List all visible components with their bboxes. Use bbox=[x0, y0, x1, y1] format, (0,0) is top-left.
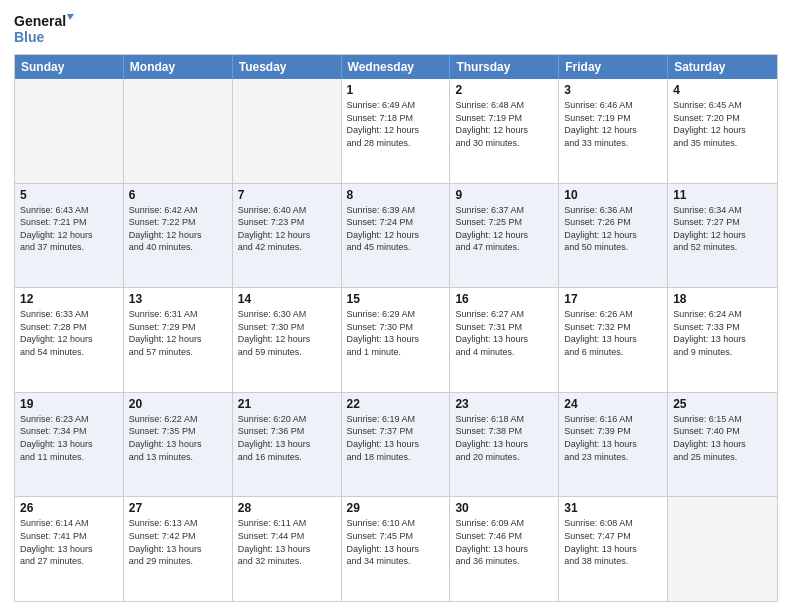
empty-cell bbox=[668, 497, 777, 601]
day-header-saturday: Saturday bbox=[668, 55, 777, 79]
day-cell-21: 21Sunrise: 6:20 AM Sunset: 7:36 PM Dayli… bbox=[233, 393, 342, 497]
day-info: Sunrise: 6:11 AM Sunset: 7:44 PM Dayligh… bbox=[238, 517, 336, 567]
day-number: 24 bbox=[564, 397, 662, 411]
day-number: 23 bbox=[455, 397, 553, 411]
day-cell-4: 4Sunrise: 6:45 AM Sunset: 7:20 PM Daylig… bbox=[668, 79, 777, 183]
day-cell-8: 8Sunrise: 6:39 AM Sunset: 7:24 PM Daylig… bbox=[342, 184, 451, 288]
day-number: 5 bbox=[20, 188, 118, 202]
calendar-week-3: 12Sunrise: 6:33 AM Sunset: 7:28 PM Dayli… bbox=[15, 287, 777, 392]
day-cell-16: 16Sunrise: 6:27 AM Sunset: 7:31 PM Dayli… bbox=[450, 288, 559, 392]
svg-text:Blue: Blue bbox=[14, 29, 45, 45]
day-info: Sunrise: 6:36 AM Sunset: 7:26 PM Dayligh… bbox=[564, 204, 662, 254]
svg-text:General: General bbox=[14, 13, 66, 29]
day-number: 4 bbox=[673, 83, 772, 97]
day-info: Sunrise: 6:39 AM Sunset: 7:24 PM Dayligh… bbox=[347, 204, 445, 254]
day-info: Sunrise: 6:31 AM Sunset: 7:29 PM Dayligh… bbox=[129, 308, 227, 358]
day-info: Sunrise: 6:08 AM Sunset: 7:47 PM Dayligh… bbox=[564, 517, 662, 567]
day-cell-14: 14Sunrise: 6:30 AM Sunset: 7:30 PM Dayli… bbox=[233, 288, 342, 392]
day-number: 25 bbox=[673, 397, 772, 411]
day-info: Sunrise: 6:29 AM Sunset: 7:30 PM Dayligh… bbox=[347, 308, 445, 358]
day-number: 20 bbox=[129, 397, 227, 411]
day-info: Sunrise: 6:37 AM Sunset: 7:25 PM Dayligh… bbox=[455, 204, 553, 254]
day-header-friday: Friday bbox=[559, 55, 668, 79]
day-number: 29 bbox=[347, 501, 445, 515]
day-info: Sunrise: 6:16 AM Sunset: 7:39 PM Dayligh… bbox=[564, 413, 662, 463]
day-cell-2: 2Sunrise: 6:48 AM Sunset: 7:19 PM Daylig… bbox=[450, 79, 559, 183]
day-cell-20: 20Sunrise: 6:22 AM Sunset: 7:35 PM Dayli… bbox=[124, 393, 233, 497]
day-info: Sunrise: 6:49 AM Sunset: 7:18 PM Dayligh… bbox=[347, 99, 445, 149]
day-info: Sunrise: 6:10 AM Sunset: 7:45 PM Dayligh… bbox=[347, 517, 445, 567]
day-info: Sunrise: 6:33 AM Sunset: 7:28 PM Dayligh… bbox=[20, 308, 118, 358]
day-number: 14 bbox=[238, 292, 336, 306]
day-info: Sunrise: 6:20 AM Sunset: 7:36 PM Dayligh… bbox=[238, 413, 336, 463]
header: General Blue bbox=[14, 10, 778, 48]
day-cell-27: 27Sunrise: 6:13 AM Sunset: 7:42 PM Dayli… bbox=[124, 497, 233, 601]
day-cell-18: 18Sunrise: 6:24 AM Sunset: 7:33 PM Dayli… bbox=[668, 288, 777, 392]
day-cell-1: 1Sunrise: 6:49 AM Sunset: 7:18 PM Daylig… bbox=[342, 79, 451, 183]
calendar-week-1: 1Sunrise: 6:49 AM Sunset: 7:18 PM Daylig… bbox=[15, 79, 777, 183]
empty-cell bbox=[15, 79, 124, 183]
day-cell-5: 5Sunrise: 6:43 AM Sunset: 7:21 PM Daylig… bbox=[15, 184, 124, 288]
day-cell-15: 15Sunrise: 6:29 AM Sunset: 7:30 PM Dayli… bbox=[342, 288, 451, 392]
day-number: 13 bbox=[129, 292, 227, 306]
day-header-wednesday: Wednesday bbox=[342, 55, 451, 79]
day-cell-28: 28Sunrise: 6:11 AM Sunset: 7:44 PM Dayli… bbox=[233, 497, 342, 601]
day-header-sunday: Sunday bbox=[15, 55, 124, 79]
day-info: Sunrise: 6:23 AM Sunset: 7:34 PM Dayligh… bbox=[20, 413, 118, 463]
day-header-tuesday: Tuesday bbox=[233, 55, 342, 79]
day-cell-19: 19Sunrise: 6:23 AM Sunset: 7:34 PM Dayli… bbox=[15, 393, 124, 497]
day-header-thursday: Thursday bbox=[450, 55, 559, 79]
day-info: Sunrise: 6:18 AM Sunset: 7:38 PM Dayligh… bbox=[455, 413, 553, 463]
day-cell-13: 13Sunrise: 6:31 AM Sunset: 7:29 PM Dayli… bbox=[124, 288, 233, 392]
page: General Blue SundayMondayTuesdayWednesda… bbox=[0, 0, 792, 612]
logo: General Blue bbox=[14, 10, 74, 48]
day-number: 22 bbox=[347, 397, 445, 411]
day-number: 27 bbox=[129, 501, 227, 515]
svg-marker-2 bbox=[67, 14, 74, 20]
day-number: 16 bbox=[455, 292, 553, 306]
day-number: 3 bbox=[564, 83, 662, 97]
day-number: 6 bbox=[129, 188, 227, 202]
day-info: Sunrise: 6:27 AM Sunset: 7:31 PM Dayligh… bbox=[455, 308, 553, 358]
day-number: 19 bbox=[20, 397, 118, 411]
day-cell-24: 24Sunrise: 6:16 AM Sunset: 7:39 PM Dayli… bbox=[559, 393, 668, 497]
day-number: 7 bbox=[238, 188, 336, 202]
day-cell-22: 22Sunrise: 6:19 AM Sunset: 7:37 PM Dayli… bbox=[342, 393, 451, 497]
day-number: 26 bbox=[20, 501, 118, 515]
day-cell-23: 23Sunrise: 6:18 AM Sunset: 7:38 PM Dayli… bbox=[450, 393, 559, 497]
day-number: 28 bbox=[238, 501, 336, 515]
day-number: 9 bbox=[455, 188, 553, 202]
day-cell-12: 12Sunrise: 6:33 AM Sunset: 7:28 PM Dayli… bbox=[15, 288, 124, 392]
day-header-monday: Monday bbox=[124, 55, 233, 79]
day-info: Sunrise: 6:34 AM Sunset: 7:27 PM Dayligh… bbox=[673, 204, 772, 254]
logo-svg: General Blue bbox=[14, 10, 74, 48]
day-info: Sunrise: 6:30 AM Sunset: 7:30 PM Dayligh… bbox=[238, 308, 336, 358]
day-number: 18 bbox=[673, 292, 772, 306]
day-info: Sunrise: 6:26 AM Sunset: 7:32 PM Dayligh… bbox=[564, 308, 662, 358]
empty-cell bbox=[124, 79, 233, 183]
day-number: 12 bbox=[20, 292, 118, 306]
day-cell-29: 29Sunrise: 6:10 AM Sunset: 7:45 PM Dayli… bbox=[342, 497, 451, 601]
day-cell-3: 3Sunrise: 6:46 AM Sunset: 7:19 PM Daylig… bbox=[559, 79, 668, 183]
day-number: 11 bbox=[673, 188, 772, 202]
day-info: Sunrise: 6:24 AM Sunset: 7:33 PM Dayligh… bbox=[673, 308, 772, 358]
day-info: Sunrise: 6:40 AM Sunset: 7:23 PM Dayligh… bbox=[238, 204, 336, 254]
day-cell-30: 30Sunrise: 6:09 AM Sunset: 7:46 PM Dayli… bbox=[450, 497, 559, 601]
day-cell-7: 7Sunrise: 6:40 AM Sunset: 7:23 PM Daylig… bbox=[233, 184, 342, 288]
day-cell-9: 9Sunrise: 6:37 AM Sunset: 7:25 PM Daylig… bbox=[450, 184, 559, 288]
day-number: 2 bbox=[455, 83, 553, 97]
calendar-week-5: 26Sunrise: 6:14 AM Sunset: 7:41 PM Dayli… bbox=[15, 496, 777, 601]
day-cell-10: 10Sunrise: 6:36 AM Sunset: 7:26 PM Dayli… bbox=[559, 184, 668, 288]
day-number: 21 bbox=[238, 397, 336, 411]
day-cell-26: 26Sunrise: 6:14 AM Sunset: 7:41 PM Dayli… bbox=[15, 497, 124, 601]
day-info: Sunrise: 6:13 AM Sunset: 7:42 PM Dayligh… bbox=[129, 517, 227, 567]
day-info: Sunrise: 6:43 AM Sunset: 7:21 PM Dayligh… bbox=[20, 204, 118, 254]
day-number: 1 bbox=[347, 83, 445, 97]
calendar-week-4: 19Sunrise: 6:23 AM Sunset: 7:34 PM Dayli… bbox=[15, 392, 777, 497]
calendar: SundayMondayTuesdayWednesdayThursdayFrid… bbox=[14, 54, 778, 602]
day-info: Sunrise: 6:19 AM Sunset: 7:37 PM Dayligh… bbox=[347, 413, 445, 463]
day-number: 8 bbox=[347, 188, 445, 202]
calendar-header-row: SundayMondayTuesdayWednesdayThursdayFrid… bbox=[15, 55, 777, 79]
day-number: 15 bbox=[347, 292, 445, 306]
day-cell-31: 31Sunrise: 6:08 AM Sunset: 7:47 PM Dayli… bbox=[559, 497, 668, 601]
